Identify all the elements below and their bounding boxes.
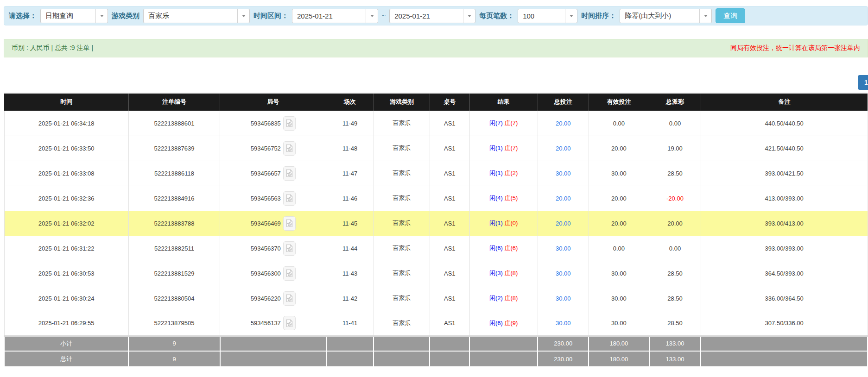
video-record-icon[interactable] <box>283 316 296 330</box>
total-bet-link[interactable]: 30.00 <box>556 320 571 327</box>
page-size-label: 每页笔数： <box>479 12 514 20</box>
table-row: 2025-01-21 06:29:55 522213879505 5934561… <box>4 311 868 336</box>
cell-payout: 20.00 <box>649 211 701 236</box>
game-type-label: 游戏类别 <box>112 12 139 20</box>
total-bet-link[interactable]: 20.00 <box>556 120 571 127</box>
total-bet-link[interactable]: 20.00 <box>556 145 571 152</box>
cell-remark: 421.50/440.50 <box>701 136 868 161</box>
col-header-session: 场次 <box>326 94 374 111</box>
round-no-text: 593456300 <box>251 270 281 277</box>
cell-bet-id: 522213882511 <box>128 236 220 261</box>
cell-table-no: AS1 <box>430 136 469 161</box>
total-bet-link[interactable]: 20.00 <box>556 220 571 227</box>
game-type-select[interactable]: 百家乐 <box>143 9 250 23</box>
video-record-icon[interactable] <box>283 291 296 306</box>
query-type-value: 日期查询 <box>41 12 95 20</box>
cell-valid-bet: 0.00 <box>589 111 649 136</box>
cell-session: 11-48 <box>326 136 374 161</box>
cell-session: 11-43 <box>326 261 374 286</box>
summary-row: 小计 9 230.00 180.00 133.00 <box>4 336 868 351</box>
round-no-text: 593456563 <box>251 195 281 202</box>
cell-game-type: 百家乐 <box>374 186 430 211</box>
col-header-remark: 备注 <box>701 94 868 111</box>
cell-total-bet: 30.00 <box>538 261 589 286</box>
cell-time: 2025-01-21 06:33:50 <box>4 136 128 161</box>
round-no-text: 593456220 <box>251 295 281 302</box>
result-banker-text: 庄(2) <box>505 170 518 176</box>
chevron-down-icon[interactable] <box>463 9 475 23</box>
search-button[interactable]: 查询 <box>716 8 745 23</box>
col-header-round-no: 局号 <box>220 94 326 111</box>
cell-round-no: 593456370 <box>220 236 326 261</box>
round-no-text: 593456835 <box>251 120 281 127</box>
round-no-text: 593456657 <box>251 170 281 177</box>
date-to-select[interactable]: 2025-01-21 <box>389 9 475 23</box>
date-range-label: 时间区间： <box>253 12 288 20</box>
page-1-button[interactable]: 1 <box>858 75 868 90</box>
video-record-icon[interactable] <box>283 141 296 156</box>
chevron-down-icon[interactable] <box>237 9 249 23</box>
chevron-down-icon[interactable] <box>699 9 711 23</box>
table-row: 2025-01-21 06:30:24 522213880504 5934562… <box>4 286 868 311</box>
table-row: 2025-01-21 06:30:53 522213881529 5934563… <box>4 261 868 286</box>
same-round-notice-text: 同局有效投注，统一计算在该局第一张注单内 <box>730 44 860 52</box>
cell-valid-bet: 30.00 <box>589 161 649 186</box>
table-row: 2025-01-21 06:34:18 522213888601 5934568… <box>4 111 868 136</box>
cell-table-no: AS1 <box>430 211 469 236</box>
cell-bet-id: 522213886118 <box>128 161 220 186</box>
video-record-icon[interactable] <box>283 191 296 206</box>
summary-bar: 币别 : 人民币 | 总共 :9 注单 | 同局有效投注，统一计算在该局第一张注… <box>4 39 868 57</box>
col-header-bet-id: 注单编号 <box>128 94 220 111</box>
table-row: 2025-01-21 06:33:08 522213886118 5934566… <box>4 161 868 186</box>
cell-remark: 364.50/393.00 <box>701 261 868 286</box>
query-type-select[interactable]: 日期查询 <box>40 9 108 23</box>
chevron-down-icon[interactable] <box>95 9 108 23</box>
chevron-down-icon[interactable] <box>366 9 378 23</box>
cell-bet-id: 522213880504 <box>128 286 220 311</box>
summary-valid-bet: 180.00 <box>589 336 649 351</box>
cell-remark: 413.00/393.00 <box>701 186 868 211</box>
game-type-value: 百家乐 <box>144 12 237 20</box>
col-header-valid-bet: 有效投注 <box>589 94 649 111</box>
cell-game-type: 百家乐 <box>374 236 430 261</box>
video-record-icon[interactable] <box>283 266 296 281</box>
result-banker-text: 庄(5) <box>505 195 518 201</box>
summary-valid-bet: 180.00 <box>589 351 649 366</box>
col-header-payout: 总派彩 <box>649 94 701 111</box>
total-bet-link[interactable]: 30.00 <box>556 295 571 302</box>
cell-remark: 393.00/413.00 <box>701 211 868 236</box>
total-bet-link[interactable]: 30.00 <box>556 245 571 252</box>
video-record-icon[interactable] <box>283 166 296 181</box>
cell-payout: 0.00 <box>649 236 701 261</box>
cell-session: 11-49 <box>326 111 374 136</box>
cell-payout: 28.50 <box>649 311 701 336</box>
cell-payout: 28.50 <box>649 161 701 186</box>
video-record-icon[interactable] <box>283 241 296 256</box>
video-record-icon[interactable] <box>283 216 296 231</box>
result-player-text: 闲(6) <box>489 320 503 327</box>
summary-row: 总计 9 230.00 180.00 133.00 <box>4 351 868 366</box>
table-row: 2025-01-21 06:31:22 522213882511 5934563… <box>4 236 868 261</box>
cell-game-type: 百家乐 <box>374 211 430 236</box>
total-bet-link[interactable]: 20.00 <box>556 195 571 202</box>
result-banker-text: 庄(6) <box>505 245 518 251</box>
video-record-icon[interactable] <box>283 116 296 131</box>
cell-time: 2025-01-21 06:31:22 <box>4 236 128 261</box>
cell-round-no: 593456752 <box>220 136 326 161</box>
cell-time: 2025-01-21 06:30:24 <box>4 286 128 311</box>
chevron-down-icon[interactable] <box>565 9 577 23</box>
page-size-value: 100 <box>518 12 565 20</box>
cell-round-no: 593456563 <box>220 186 326 211</box>
summary-payout: 133.00 <box>649 336 701 351</box>
page-size-select[interactable]: 100 <box>518 9 577 23</box>
cell-payout: 0.00 <box>649 111 701 136</box>
cell-result: 闲(1) 庄(7) <box>469 136 538 161</box>
time-sort-select[interactable]: 降幂(由大到小) <box>620 9 712 23</box>
total-bet-link[interactable]: 30.00 <box>556 270 571 277</box>
cell-remark: 307.50/336.00 <box>701 311 868 336</box>
cell-total-bet: 30.00 <box>538 161 589 186</box>
date-from-select[interactable]: 2025-01-21 <box>292 9 378 23</box>
total-bet-link[interactable]: 30.00 <box>556 170 571 177</box>
cell-table-no: AS1 <box>430 186 469 211</box>
cell-total-bet: 20.00 <box>538 186 589 211</box>
